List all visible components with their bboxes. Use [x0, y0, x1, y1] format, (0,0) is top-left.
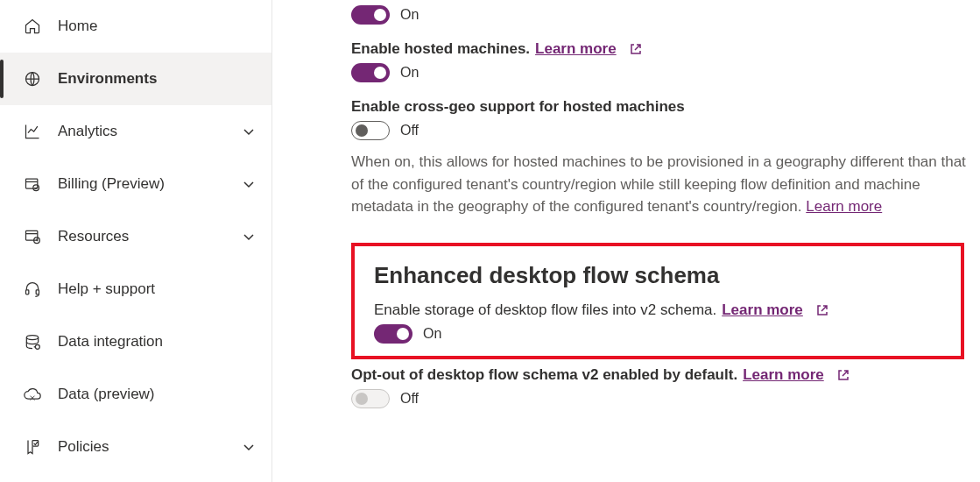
data-integration-icon [23, 332, 42, 351]
sidebar-item-home[interactable]: Home [0, 0, 271, 53]
toggle-setting-0[interactable] [351, 5, 390, 25]
external-link-icon [629, 42, 643, 56]
analytics-icon [23, 122, 42, 141]
toggle-v2-schema[interactable] [374, 324, 412, 344]
policies-icon [23, 437, 42, 457]
chevron-down-icon [242, 230, 256, 244]
svg-rect-6 [36, 290, 39, 294]
sidebar-item-label: Analytics [58, 123, 242, 140]
sidebar-item-help-support[interactable]: Help + support [0, 263, 271, 315]
headset-icon [23, 280, 42, 299]
sidebar-item-data-integration[interactable]: Data integration [0, 315, 271, 368]
sidebar-item-policies[interactable]: Policies [0, 421, 271, 473]
sidebar-item-billing[interactable]: Billing (Preview) [0, 158, 271, 210]
learn-more-link[interactable]: Learn more [806, 198, 882, 215]
setting-title: Enable storage of desktop flow files int… [374, 301, 716, 319]
sidebar: Home Environments Analytics Billing (Pre… [0, 0, 272, 482]
svg-point-8 [35, 344, 39, 349]
learn-more-link[interactable]: Learn more [535, 40, 617, 58]
home-icon [23, 17, 42, 36]
toggle-state-label: Off [400, 391, 419, 407]
svg-rect-3 [26, 230, 38, 240]
svg-point-7 [26, 336, 38, 340]
toggle-cross-geo[interactable] [351, 121, 390, 140]
sidebar-item-resources[interactable]: Resources [0, 210, 271, 263]
toggle-state-label: On [400, 65, 419, 81]
sidebar-item-environments[interactable]: Environments [0, 53, 271, 105]
chevron-down-icon [242, 440, 256, 454]
sidebar-item-label: Policies [58, 438, 242, 456]
toggle-state-label: Off [400, 123, 419, 138]
toggle-opt-out[interactable] [351, 389, 390, 408]
toggle-state-label: On [400, 7, 419, 23]
setting-title: Opt-out of desktop flow schema v2 enable… [351, 366, 737, 384]
toggle-state-label: On [423, 326, 441, 342]
resources-icon [23, 227, 42, 246]
svg-rect-5 [26, 290, 29, 294]
learn-more-link[interactable]: Learn more [743, 366, 824, 384]
toggle-hosted-machines[interactable] [351, 63, 390, 82]
globe-icon [23, 69, 42, 89]
sidebar-item-analytics[interactable]: Analytics [0, 105, 271, 158]
highlighted-section: Enhanced desktop flow schema Enable stor… [351, 243, 964, 359]
section-heading: Enhanced desktop flow schema [374, 262, 941, 289]
sidebar-item-data-preview[interactable]: Data (preview) [0, 368, 271, 421]
sidebar-item-label: Data integration [58, 333, 256, 351]
external-link-icon [815, 303, 829, 317]
setting-title: Enable cross-geo support for hosted mach… [351, 98, 685, 116]
data-preview-icon [23, 385, 42, 404]
sidebar-item-label: Environments [58, 70, 256, 88]
learn-more-link[interactable]: Learn more [722, 301, 803, 319]
svg-rect-1 [26, 179, 38, 188]
chevron-down-icon [242, 177, 256, 191]
setting-title: Enable hosted machines. [351, 40, 530, 58]
sidebar-item-label: Resources [58, 228, 242, 245]
external-link-icon [836, 368, 850, 382]
settings-panel: On Enable hosted machines. Learn more On… [272, 0, 980, 482]
sidebar-item-label: Home [58, 18, 256, 35]
sidebar-item-label: Billing (Preview) [58, 175, 242, 193]
sidebar-item-label: Data (preview) [58, 386, 256, 403]
chevron-down-icon [242, 124, 256, 138]
setting-description: When on, this allows for hosted machines… [351, 151, 980, 218]
billing-icon [23, 174, 42, 194]
sidebar-item-label: Help + support [58, 280, 256, 298]
